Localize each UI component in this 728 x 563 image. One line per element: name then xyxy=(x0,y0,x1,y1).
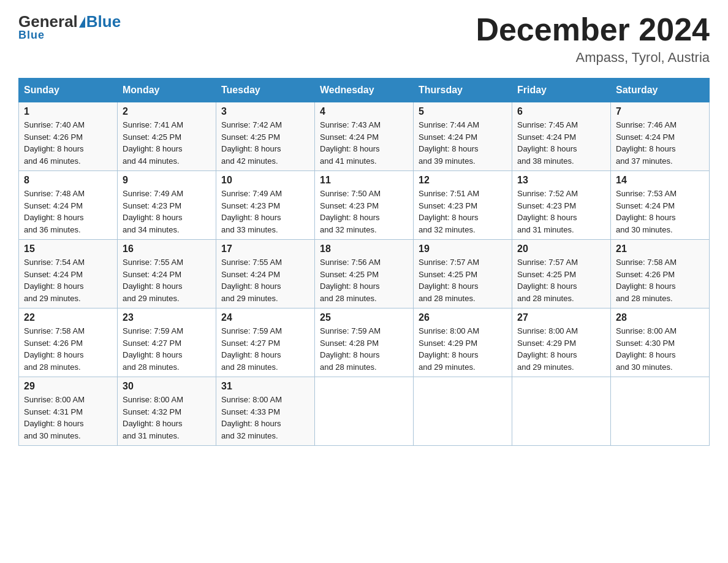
day-info: Sunrise: 7:44 AM Sunset: 4:24 PM Dayligh… xyxy=(419,119,507,167)
day-number: 20 xyxy=(517,243,605,255)
calendar-cell: 18 Sunrise: 7:56 AM Sunset: 4:25 PM Dayl… xyxy=(315,240,414,308)
day-number: 31 xyxy=(221,381,309,392)
day-number: 15 xyxy=(24,243,112,255)
calendar-cell: 30 Sunrise: 8:00 AM Sunset: 4:32 PM Dayl… xyxy=(118,377,216,446)
calendar-cell: 24 Sunrise: 7:59 AM Sunset: 4:27 PM Dayl… xyxy=(216,308,315,377)
calendar-cell xyxy=(512,377,611,446)
calendar-cell: 11 Sunrise: 7:50 AM Sunset: 4:23 PM Dayl… xyxy=(315,171,414,240)
day-info: Sunrise: 7:57 AM Sunset: 4:25 PM Dayligh… xyxy=(419,256,507,304)
calendar-cell xyxy=(315,377,414,446)
calendar-cell: 6 Sunrise: 7:45 AM Sunset: 4:24 PM Dayli… xyxy=(512,102,611,171)
calendar-cell: 15 Sunrise: 7:54 AM Sunset: 4:24 PM Dayl… xyxy=(19,240,118,308)
day-number: 2 xyxy=(123,106,211,117)
weekday-header-friday: Friday xyxy=(512,79,611,102)
calendar-cell: 22 Sunrise: 7:58 AM Sunset: 4:26 PM Dayl… xyxy=(19,308,118,377)
day-info: Sunrise: 7:45 AM Sunset: 4:24 PM Dayligh… xyxy=(517,119,605,167)
day-info: Sunrise: 7:41 AM Sunset: 4:25 PM Dayligh… xyxy=(123,119,211,167)
weekday-header-tuesday: Tuesday xyxy=(216,79,315,102)
day-number: 16 xyxy=(123,243,211,255)
calendar-cell: 21 Sunrise: 7:58 AM Sunset: 4:26 PM Dayl… xyxy=(611,240,710,308)
day-info: Sunrise: 7:59 AM Sunset: 4:27 PM Dayligh… xyxy=(123,325,211,373)
day-info: Sunrise: 7:55 AM Sunset: 4:24 PM Dayligh… xyxy=(221,256,309,304)
day-number: 8 xyxy=(24,175,112,186)
month-title: December 2024 xyxy=(476,12,710,47)
day-number: 7 xyxy=(616,106,704,117)
calendar-cell: 1 Sunrise: 7:40 AM Sunset: 4:26 PM Dayli… xyxy=(19,102,118,171)
day-number: 27 xyxy=(517,312,605,323)
weekday-header-saturday: Saturday xyxy=(611,79,710,102)
calendar-cell: 16 Sunrise: 7:55 AM Sunset: 4:24 PM Dayl… xyxy=(118,240,216,308)
day-number: 22 xyxy=(24,312,112,323)
calendar-cell xyxy=(611,377,710,446)
day-info: Sunrise: 7:42 AM Sunset: 4:25 PM Dayligh… xyxy=(221,119,309,167)
day-number: 30 xyxy=(123,381,211,392)
day-number: 28 xyxy=(616,312,704,323)
calendar-cell: 3 Sunrise: 7:42 AM Sunset: 4:25 PM Dayli… xyxy=(216,102,315,171)
day-info: Sunrise: 7:52 AM Sunset: 4:23 PM Dayligh… xyxy=(517,188,605,236)
calendar-cell: 25 Sunrise: 7:59 AM Sunset: 4:28 PM Dayl… xyxy=(315,308,414,377)
day-number: 4 xyxy=(320,106,408,117)
day-number: 12 xyxy=(419,175,507,186)
day-info: Sunrise: 7:58 AM Sunset: 4:26 PM Dayligh… xyxy=(24,325,112,373)
calendar-cell: 13 Sunrise: 7:52 AM Sunset: 4:23 PM Dayl… xyxy=(512,171,611,240)
logo-triangle-icon xyxy=(79,17,85,28)
logo-blue-text: Blue xyxy=(86,12,121,31)
day-info: Sunrise: 8:00 AM Sunset: 4:29 PM Dayligh… xyxy=(419,325,507,373)
calendar-cell: 29 Sunrise: 8:00 AM Sunset: 4:31 PM Dayl… xyxy=(19,377,118,446)
calendar-cell: 26 Sunrise: 8:00 AM Sunset: 4:29 PM Dayl… xyxy=(414,308,512,377)
calendar-cell: 27 Sunrise: 8:00 AM Sunset: 4:29 PM Dayl… xyxy=(512,308,611,377)
calendar-cell: 5 Sunrise: 7:44 AM Sunset: 4:24 PM Dayli… xyxy=(414,102,512,171)
day-info: Sunrise: 8:00 AM Sunset: 4:30 PM Dayligh… xyxy=(616,325,704,373)
day-number: 10 xyxy=(221,175,309,186)
day-info: Sunrise: 7:49 AM Sunset: 4:23 PM Dayligh… xyxy=(123,188,211,236)
day-number: 26 xyxy=(419,312,507,323)
day-number: 13 xyxy=(517,175,605,186)
calendar-cell: 19 Sunrise: 7:57 AM Sunset: 4:25 PM Dayl… xyxy=(414,240,512,308)
weekday-header-monday: Monday xyxy=(118,79,216,102)
calendar-week-row: 29 Sunrise: 8:00 AM Sunset: 4:31 PM Dayl… xyxy=(19,377,710,446)
calendar-cell: 31 Sunrise: 8:00 AM Sunset: 4:33 PM Dayl… xyxy=(216,377,315,446)
calendar-cell: 28 Sunrise: 8:00 AM Sunset: 4:30 PM Dayl… xyxy=(611,308,710,377)
day-info: Sunrise: 7:50 AM Sunset: 4:23 PM Dayligh… xyxy=(320,188,408,236)
day-number: 9 xyxy=(123,175,211,186)
day-number: 11 xyxy=(320,175,408,186)
day-info: Sunrise: 7:53 AM Sunset: 4:24 PM Dayligh… xyxy=(616,188,704,236)
calendar-cell: 20 Sunrise: 7:57 AM Sunset: 4:25 PM Dayl… xyxy=(512,240,611,308)
day-info: Sunrise: 7:51 AM Sunset: 4:23 PM Dayligh… xyxy=(419,188,507,236)
calendar-cell: 9 Sunrise: 7:49 AM Sunset: 4:23 PM Dayli… xyxy=(118,171,216,240)
day-info: Sunrise: 7:56 AM Sunset: 4:25 PM Dayligh… xyxy=(320,256,408,304)
day-info: Sunrise: 7:59 AM Sunset: 4:28 PM Dayligh… xyxy=(320,325,408,373)
day-info: Sunrise: 8:00 AM Sunset: 4:31 PM Dayligh… xyxy=(24,394,112,442)
calendar-table: SundayMondayTuesdayWednesdayThursdayFrid… xyxy=(18,78,710,446)
day-number: 14 xyxy=(616,175,704,186)
calendar-cell xyxy=(414,377,512,446)
day-info: Sunrise: 7:40 AM Sunset: 4:26 PM Dayligh… xyxy=(24,119,112,167)
day-number: 25 xyxy=(320,312,408,323)
day-number: 24 xyxy=(221,312,309,323)
calendar-week-row: 8 Sunrise: 7:48 AM Sunset: 4:24 PM Dayli… xyxy=(19,171,710,240)
day-info: Sunrise: 7:55 AM Sunset: 4:24 PM Dayligh… xyxy=(123,256,211,304)
day-number: 6 xyxy=(517,106,605,117)
day-info: Sunrise: 8:00 AM Sunset: 4:33 PM Dayligh… xyxy=(221,394,309,442)
day-number: 17 xyxy=(221,243,309,255)
calendar-cell: 17 Sunrise: 7:55 AM Sunset: 4:24 PM Dayl… xyxy=(216,240,315,308)
calendar-cell: 12 Sunrise: 7:51 AM Sunset: 4:23 PM Dayl… xyxy=(414,171,512,240)
day-info: Sunrise: 7:57 AM Sunset: 4:25 PM Dayligh… xyxy=(517,256,605,304)
day-info: Sunrise: 7:54 AM Sunset: 4:24 PM Dayligh… xyxy=(24,256,112,304)
day-number: 19 xyxy=(419,243,507,255)
day-number: 29 xyxy=(24,381,112,392)
logo-underline: Blue xyxy=(18,29,45,42)
day-info: Sunrise: 7:48 AM Sunset: 4:24 PM Dayligh… xyxy=(24,188,112,236)
day-number: 23 xyxy=(123,312,211,323)
day-info: Sunrise: 8:00 AM Sunset: 4:32 PM Dayligh… xyxy=(123,394,211,442)
day-info: Sunrise: 7:59 AM Sunset: 4:27 PM Dayligh… xyxy=(221,325,309,373)
logo: General Blue Blue xyxy=(18,12,121,42)
day-number: 3 xyxy=(221,106,309,117)
calendar-cell: 10 Sunrise: 7:49 AM Sunset: 4:23 PM Dayl… xyxy=(216,171,315,240)
day-info: Sunrise: 7:58 AM Sunset: 4:26 PM Dayligh… xyxy=(616,256,704,304)
calendar-week-row: 15 Sunrise: 7:54 AM Sunset: 4:24 PM Dayl… xyxy=(19,240,710,308)
day-info: Sunrise: 8:00 AM Sunset: 4:29 PM Dayligh… xyxy=(517,325,605,373)
calendar-cell: 2 Sunrise: 7:41 AM Sunset: 4:25 PM Dayli… xyxy=(118,102,216,171)
day-info: Sunrise: 7:46 AM Sunset: 4:24 PM Dayligh… xyxy=(616,119,704,167)
calendar-cell: 23 Sunrise: 7:59 AM Sunset: 4:27 PM Dayl… xyxy=(118,308,216,377)
